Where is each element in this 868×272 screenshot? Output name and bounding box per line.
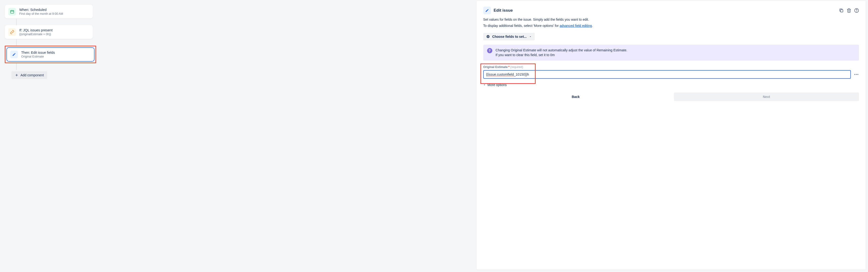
info-line-2: If you want to clear this field, set it …	[496, 53, 627, 58]
pencil-icon	[10, 50, 18, 58]
rule-action-card[interactable]: Then: Edit issue fields Original Estimat…	[6, 47, 94, 62]
connector	[16, 39, 17, 46]
copy-icon[interactable]	[839, 8, 844, 13]
back-button[interactable]: Back	[483, 93, 668, 101]
gear-icon	[486, 35, 490, 38]
highlight-box: Then: Edit issue fields Original Estimat…	[5, 46, 96, 63]
connector	[16, 19, 17, 25]
chevron-down-icon	[529, 35, 532, 38]
original-estimate-input[interactable]: {{issue.customfield_10150}}h	[483, 70, 851, 79]
trash-icon[interactable]	[846, 8, 851, 13]
info-line-1: Changing Original Estimate will not auto…	[496, 48, 627, 53]
panel-title: Edit issue	[494, 8, 513, 13]
rule-trigger-title: When: Scheduled	[19, 8, 63, 12]
advanced-field-editing-link[interactable]: advanced field editing	[560, 24, 592, 28]
svg-rect-0	[10, 10, 14, 13]
info-banner: ? Changing Original Estimate will not au…	[483, 45, 859, 61]
rule-trigger-sub: First day of the month at 9:00 AM	[19, 12, 63, 15]
help-icon[interactable]	[854, 8, 859, 13]
panel-desc-1: Set values for fields on the issue. Simp…	[483, 18, 859, 22]
plus-icon	[15, 73, 19, 77]
more-options-toggle[interactable]: More options	[483, 83, 859, 87]
chevron-right-icon	[483, 84, 486, 86]
connector	[16, 63, 17, 70]
pencil-icon	[483, 7, 491, 14]
svg-point-11	[858, 74, 859, 75]
panel-desc-2: To display additional fields, select 'Mo…	[483, 24, 859, 28]
add-component-button[interactable]: Add component	[11, 71, 47, 79]
calendar-icon	[8, 8, 16, 15]
svg-rect-6	[841, 10, 843, 12]
rule-condition-card[interactable]: If: JQL issues present {{originalEstimat…	[5, 25, 93, 39]
field-label: Original Estimate * (required)	[483, 65, 859, 69]
next-button: Next	[674, 93, 859, 101]
info-icon: ?	[487, 48, 492, 53]
svg-point-10	[856, 74, 857, 75]
svg-point-8	[857, 11, 857, 12]
rule-trigger-card[interactable]: When: Scheduled First day of the month a…	[5, 5, 93, 19]
choose-fields-button[interactable]: Choose fields to set...	[483, 33, 535, 40]
add-component-label: Add component	[21, 73, 44, 77]
choose-fields-label: Choose fields to set...	[492, 35, 527, 38]
svg-point-9	[855, 74, 856, 75]
rule-condition-sub: {{originalEstimate = 0h}}	[19, 33, 53, 36]
rule-condition-title: If: JQL issues present	[19, 28, 53, 32]
rule-action-title: Then: Edit issue fields	[21, 50, 55, 55]
rule-action-sub: Original Estimate	[21, 55, 55, 58]
more-options-label: More options	[488, 83, 507, 87]
link-icon	[8, 28, 16, 36]
field-more-icon[interactable]	[854, 72, 859, 77]
